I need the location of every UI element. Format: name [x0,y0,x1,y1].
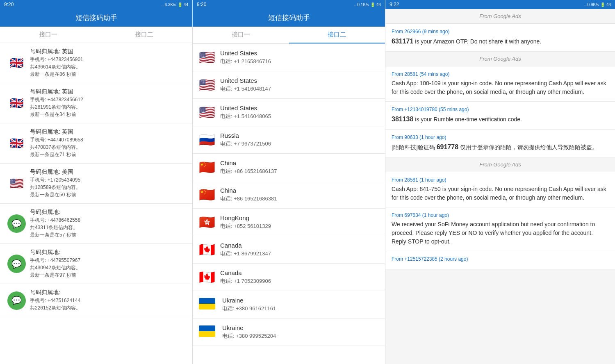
country-flag-3: 🇷🇺 [199,132,215,148]
country-phone-6: 电话: +852 56101329 [220,223,379,230]
phone-number-6: 手机号: +44795507967 [30,257,186,264]
left-phone-list: 🇬🇧 号码归属地: 英国 手机号: +447823456901 共436614条… [0,43,192,363]
country-item-9[interactable]: Ukraine 电话: +380 961621161 [193,291,385,318]
country-name-3: Russia [220,132,379,139]
left-battery: 44 [184,2,188,7]
country-phone-4: 电话: +86 16521686137 [220,168,379,175]
right-status-bar: 9:22 ...0.9K/s 🔋 44 [385,0,615,9]
msg-sender-7: From +12515722385 (2 hours ago) [392,256,609,262]
phone-item-6[interactable]: 💬 号码归属地: 手机号: +44795507967 共430942条短信内容。… [0,244,192,284]
phone-info-3: 号码归属地: 英国 手机号: +447407089658 共470837条短信内… [30,128,186,158]
right-messages: From Google Ads From 262966 (9 mins ago)… [385,9,615,346]
country-phone-9: 电话: +380 961621161 [222,305,379,312]
center-status-bar: 9:20 ...0.1K/s 🔋 44 [193,0,385,9]
msg-icon-5: 💬 [6,216,27,232]
msg-item-3: From +12134019780 (55 mins ago) 381138 i… [385,102,615,130]
country-name-0: United States [220,50,379,57]
country-flag-6: 🇭🇰 [199,214,215,230]
phone-time-6: 最新一条是在97 秒前 [30,272,186,279]
phone-count-5: 共43311条短信内容。 [30,224,186,231]
country-flag-1: 🇺🇸 [199,77,215,93]
ads-banner-2: From Google Ads [385,52,615,66]
phone-country-1: 号码归属地: 英国 [30,48,186,55]
country-name-2: United States [220,105,379,111]
phone-item-7[interactable]: 💬 号码归属地: 手机号: +44751624144 共226152条短信内容。 [0,284,192,317]
msg-item-4: From 90633 (1 hour ago) [陌陌科技]验证码 691778… [385,130,615,157]
msg-item-6: From 697634 (1 hour ago) We received you… [385,207,615,251]
phone-info-7: 号码归属地: 手机号: +44751624144 共226152条短信内容。 [30,289,186,312]
center-panel: 9:20 ...0.1K/s 🔋 44 短信接码助手 接口一 接口二 🇺🇸 Un… [193,0,385,364]
msg-sender-4: From 90633 (1 hour ago) [392,134,609,140]
center-tab-2[interactable]: 接口二 [289,27,385,43]
country-name-4: China [220,159,379,166]
country-item-6[interactable]: 🇭🇰 HongKong 电话: +852 56101329 [193,209,385,236]
country-phone-5: 电话: +86 16521686381 [220,195,379,202]
msg-code-1: 631171 [392,38,413,45]
right-panel: 9:22 ...0.9K/s 🔋 44 From Google Ads From… [385,0,615,364]
msg-sender-2: From 28581 (54 mins ago) [392,71,609,77]
center-tabs: 接口一 接口二 [193,27,385,44]
msg-code-4: 691778 [437,143,458,150]
country-phone-10: 电话: +380 999525204 [222,332,379,340]
phone-time-4: 最新一条是在50 秒前 [30,191,186,198]
phone-count-4: 共128589条短信内容。 [30,184,186,191]
phone-number-3: 手机号: +447407089658 [30,136,186,143]
phone-info-5: 号码归属地: 手机号: +44786462558 共43311条短信内容。 最新… [30,209,186,239]
phone-country-2: 号码归属地: 英国 [30,88,186,96]
country-phone-2: 电话: +1 5416048065 [220,113,379,120]
country-item-3[interactable]: 🇷🇺 Russia 电话: +7 9673721506 [193,126,385,154]
phone-country-3: 号码归属地: 英国 [30,128,186,136]
phone-item-5[interactable]: 💬 号码归属地: 手机号: +44786462558 共43311条短信内容。 … [0,204,192,244]
center-network: ...0.1K/s [354,2,369,7]
right-status-icons: ...0.9K/s 🔋 44 [584,2,611,7]
phone-count-6: 共430942条短信内容。 [30,264,186,271]
country-info-1: United States 电话: +1 5416048147 [220,77,379,93]
msg-item-5: From 28581 (1 hour ago) Cash App: 841-75… [385,172,615,207]
country-info-6: HongKong 电话: +852 56101329 [220,214,379,230]
ads-banner-top: From Google Ads [385,9,615,24]
country-item-5[interactable]: 🇨🇳 China 电话: +86 16521686381 [193,181,385,209]
country-info-3: Russia 电话: +7 9673721506 [220,132,379,148]
phone-item-3[interactable]: 🇬🇧 号码归属地: 英国 手机号: +447407089658 共470837条… [0,123,192,164]
phone-item-2[interactable]: 🇬🇧 号码归属地: 英国 手机号: +447823456612 共281991条… [0,83,192,123]
msg-body-5: Cash App: 841-750 is your sign-in code. … [392,185,609,202]
country-item-7[interactable]: 🇨🇦 Canada 电话: +1 8679921347 [193,236,385,264]
msg-text-4b: 仅用于登录你的陌陌，请勿提供给他人导致陌陌被盗。 [458,144,598,150]
phone-number-5: 手机号: +44786462558 [30,217,186,224]
country-phone-3: 电话: +7 9673721506 [220,140,379,148]
msg-sender-3: From +12134019780 (55 mins ago) [392,107,609,112]
left-battery-icon: 🔋 [178,2,182,7]
center-tab-1[interactable]: 接口一 [193,27,289,43]
left-tab-1[interactable]: 接口一 [0,27,96,43]
phone-country-6: 号码归属地: [30,249,186,256]
ads-banner-3: From Google Ads [385,157,615,172]
center-battery: 44 [376,2,381,7]
left-status-icons: ...6.3K/s 🔋 44 [161,2,188,7]
msg-text-5: Cash App: 841-750 is your sign-in code. … [392,186,606,201]
right-time: 9:22 [390,2,399,7]
phone-number-1: 手机号: +447823456901 [30,56,186,63]
country-item-10[interactable]: Ukraine 电话: +380 999525204 [193,318,385,346]
left-tab-2[interactable]: 接口二 [96,27,193,43]
msg-sender-5: From 28581 (1 hour ago) [392,177,609,183]
msg-body-6: We received your SoFi Money account appl… [392,220,609,246]
country-info-2: United States 电话: +1 5416048065 [220,105,379,120]
phone-time-1: 最新一条是在86 秒前 [30,71,186,78]
country-item-4[interactable]: 🇨🇳 China 电话: +86 16521686137 [193,154,385,181]
country-flag-0: 🇺🇸 [199,50,215,65]
msg-text-2: Cash App: 100-109 is your sign-in code. … [392,80,606,95]
country-item-0[interactable]: 🇺🇸 United States 电话: +1 2165846716 [193,44,385,71]
phone-item-1[interactable]: 🇬🇧 号码归属地: 英国 手机号: +447823456901 共436614条… [0,43,192,83]
country-item-1[interactable]: 🇺🇸 United States 电话: +1 5416048147 [193,71,385,99]
country-info-5: China 电话: +86 16521686381 [220,187,379,202]
country-item-8[interactable]: 🇨🇦 Canada 电话: +1 7052309906 [193,264,385,291]
phone-number-4: 手机号: +17205434095 [30,177,186,184]
msg-text-4a: [陌陌科技]验证码 [392,144,437,150]
phone-info-6: 号码归属地: 手机号: +44795507967 共430942条短信内容。 最… [30,249,186,279]
phone-item-4[interactable]: 🇺🇸 号码归属地: 美国 手机号: +17205434095 共128589条短… [0,164,192,204]
left-time: 9:20 [4,2,14,7]
country-name-6: HongKong [220,214,379,221]
country-name-8: Canada [220,269,379,276]
country-item-2[interactable]: 🇺🇸 United States 电话: +1 5416048065 [193,99,385,126]
country-phone-8: 电话: +1 7052309906 [220,278,379,285]
